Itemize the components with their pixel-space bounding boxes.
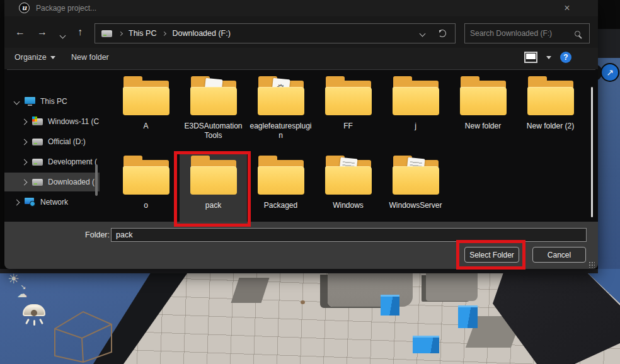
expander-icon[interactable]: [14, 199, 20, 205]
folder-label: FF: [314, 122, 382, 131]
close-button[interactable]: ×: [560, 2, 574, 14]
filelist-scrollbar[interactable]: [591, 87, 593, 217]
refresh-icon[interactable]: [439, 30, 446, 37]
up-button[interactable]: ↑: [72, 25, 88, 39]
editor-right-panel: [598, 58, 620, 269]
view-mode-icon[interactable]: [524, 52, 537, 63]
tree-item-development[interactable]: Development (: [4, 152, 100, 171]
organize-button[interactable]: Organize: [14, 53, 55, 62]
search-box[interactable]: [464, 23, 590, 43]
folder-with-lined-document-icon: [391, 154, 441, 196]
screen: ↗ ☀ ↘ ☁: [0, 0, 620, 364]
help-button[interactable]: ?: [560, 52, 571, 63]
annotation-rect-pack: [174, 151, 251, 227]
expander-icon[interactable]: [21, 179, 28, 185]
folder-icon: [323, 75, 374, 117]
dialog-content: This PC Windows-11 (C Official (D:) Deve…: [4, 70, 598, 222]
folder-item-o[interactable]: o: [112, 152, 180, 223]
folder-label: A: [112, 122, 180, 131]
expander-icon[interactable]: [21, 139, 28, 145]
title-bar[interactable]: Package project... ×: [4, 0, 598, 16]
editor-right-top: [598, 0, 620, 29]
folder-label: New folder: [449, 122, 517, 131]
folder-with-document-icon: [188, 75, 239, 117]
window-title: Package project...: [36, 4, 96, 13]
blue-cube: [381, 295, 399, 316]
breadcrumb-separator-icon: [118, 31, 123, 35]
breadcrumb-separator-icon: [162, 31, 166, 35]
arrow-ne-icon: ↗: [606, 67, 614, 77]
back-button[interactable]: ←: [13, 25, 28, 39]
maximize-viewport-button[interactable]: ↗: [600, 63, 619, 82]
folder-item-ff[interactable]: FF: [314, 73, 382, 144]
expander-icon[interactable]: [14, 98, 20, 105]
tree-item-downloaded[interactable]: Downloaded (: [4, 173, 100, 191]
address-bar[interactable]: This PC Downloaded (F:): [95, 23, 456, 43]
unreal-logo-icon: [19, 3, 30, 13]
tree-item-official[interactable]: Official (D:): [4, 132, 100, 151]
search-icon[interactable]: [575, 31, 580, 37]
folder-label: New folder (2): [517, 122, 584, 131]
resize-grip[interactable]: [588, 261, 595, 268]
folder-label: Windows: [314, 201, 382, 210]
pebble: [301, 300, 305, 304]
tree-item-network[interactable]: Network: [4, 193, 100, 212]
navigation-pane: This PC Windows-11 (C Official (D:) Deve…: [4, 70, 104, 222]
folder-item-new-folder-2[interactable]: New folder (2): [517, 73, 584, 144]
blue-cube: [413, 336, 439, 353]
network-icon: [25, 198, 35, 207]
folder-item-eaglefeaturesplugin[interactable]: ⚙ eaglefeaturesplugin: [247, 73, 314, 144]
folder-icon: [391, 75, 441, 117]
this-pc-icon: [25, 97, 35, 106]
breadcrumb-downloaded[interactable]: Downloaded (F:): [170, 28, 232, 39]
package-project-dialog: Package project... × ← → ↑ This PC Downl…: [4, 0, 598, 269]
tree-item-this-pc[interactable]: This PC: [4, 92, 100, 111]
folder-icon: [121, 154, 171, 196]
viewport-top-strip: [0, 269, 598, 273]
view-dropdown-caret-icon[interactable]: [546, 56, 551, 59]
sidebar-scrollbar[interactable]: [95, 164, 98, 196]
address-dropdown-icon[interactable]: [420, 30, 426, 37]
system-drive-icon: [32, 118, 43, 125]
folder-item-new-folder[interactable]: New folder: [449, 73, 517, 144]
drive-icon: [32, 179, 43, 186]
cloud-icon: ☁: [17, 288, 27, 300]
computer-icon: [101, 30, 112, 37]
expander-icon[interactable]: [21, 118, 28, 125]
folder-icon: [256, 154, 306, 196]
folder-item-j[interactable]: j: [382, 73, 449, 144]
folder-with-gear-icon: ⚙: [256, 75, 306, 117]
folder-with-lined-document-icon: [323, 154, 374, 196]
recent-locations-button[interactable]: [55, 28, 70, 42]
expander-icon[interactable]: [21, 159, 28, 165]
wireframe-cube: [39, 307, 118, 363]
editor-right-strip: [598, 29, 620, 58]
dropdown-caret-icon: [50, 56, 55, 59]
folder-item-e3dsautomation-tools[interactable]: E3DSAutomation Tools: [180, 73, 247, 144]
drive-icon: [32, 139, 43, 145]
folder-label: E3DSAutomation Tools: [180, 122, 247, 140]
sun-icon: ☀: [8, 271, 20, 287]
gray-box: [426, 272, 478, 301]
folder-item-a[interactable]: A: [112, 73, 180, 144]
blue-cube: [458, 305, 478, 328]
navigation-bar: ← → ↑ This PC Downloaded (F:): [4, 16, 598, 48]
folder-icon: [121, 75, 171, 117]
chevron-down-icon: [59, 33, 66, 39]
tree-item-windows-11[interactable]: Windows-11 (C: [4, 112, 100, 131]
folder-item-windowsserver[interactable]: WindowsServer: [382, 152, 449, 223]
folder-label: eaglefeaturesplugin: [247, 122, 314, 140]
drive-icon: [32, 159, 43, 166]
folder-field-label: Folder:: [82, 230, 110, 239]
folder-item-packaged[interactable]: Packaged: [247, 152, 314, 223]
breadcrumb-this-pc[interactable]: This PC: [127, 28, 158, 39]
cancel-button[interactable]: Cancel: [532, 247, 586, 263]
folder-item-windows[interactable]: Windows: [314, 152, 382, 223]
folder-label: o: [112, 201, 180, 210]
forward-button[interactable]: →: [35, 25, 50, 39]
viewport-3d[interactable]: ☀ ↘ ☁: [0, 269, 620, 364]
search-input[interactable]: [465, 29, 575, 38]
command-bar: Organize New folder ?: [4, 48, 598, 69]
folder-icon: [458, 75, 508, 117]
new-folder-button[interactable]: New folder: [71, 53, 109, 62]
